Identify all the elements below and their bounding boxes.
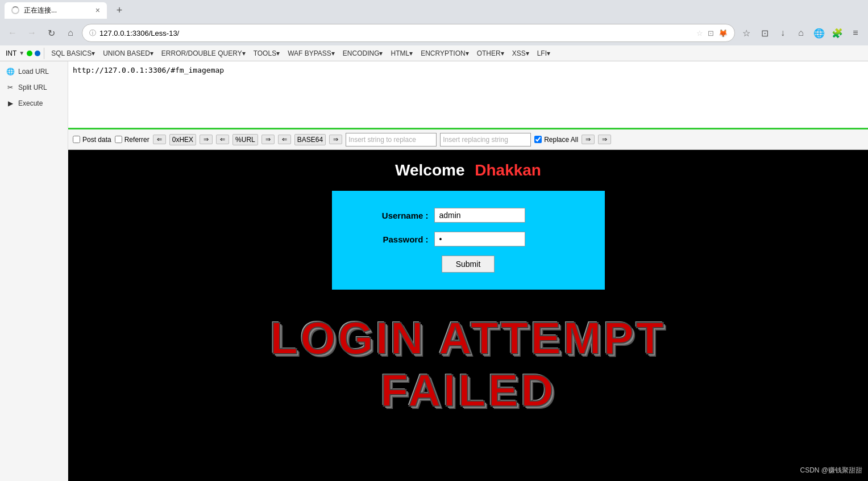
referrer-checkbox[interactable] bbox=[115, 136, 122, 143]
int-label: INT bbox=[6, 49, 16, 57]
back-btn[interactable]: ← bbox=[5, 25, 20, 41]
replace-clear-btn[interactable]: ⇒ bbox=[598, 135, 611, 144]
extension-icon[interactable]: 🦊 bbox=[719, 29, 728, 37]
bookmark-toolbar-btn[interactable]: ☆ bbox=[738, 25, 754, 41]
hex-encode-btn[interactable]: ⇒ bbox=[200, 135, 213, 144]
home-page-btn[interactable]: ⌂ bbox=[793, 25, 809, 41]
url-encode-label[interactable]: %URL bbox=[232, 134, 258, 145]
welcome-text: Welcome bbox=[395, 161, 464, 179]
watermark-text: CSDN @赚钱聚甜甜 bbox=[800, 466, 862, 474]
tab-title: 正在连接... bbox=[24, 6, 57, 15]
password-row: Password : bbox=[366, 232, 571, 246]
address-bar[interactable]: ⓘ ☆ ⊡ 🦊 bbox=[82, 24, 735, 42]
new-tab-btn[interactable]: + bbox=[111, 2, 127, 18]
execute-label: Execute bbox=[18, 99, 43, 107]
menu-xss[interactable]: XSS▾ bbox=[509, 48, 533, 59]
replace-all-group: Replace All bbox=[534, 136, 578, 144]
insert-replacing-input[interactable] bbox=[440, 133, 531, 147]
welcome-name: Dhakkan bbox=[475, 161, 541, 179]
menu-lfi[interactable]: LFI▾ bbox=[534, 48, 554, 59]
int-chevron: ▼ bbox=[19, 50, 24, 56]
url-area: http://127.0.0.1:3306/#fm_imagemap bbox=[68, 61, 868, 129]
post-data-group: Post data bbox=[73, 136, 111, 144]
referrer-label: Referrer bbox=[124, 136, 149, 144]
info-icon: ⓘ bbox=[89, 28, 96, 38]
menu-error-double[interactable]: ERROR/DOUBLE QUERY▾ bbox=[158, 48, 249, 59]
post-data-label: Post data bbox=[82, 136, 111, 144]
int-selector[interactable]: INT ▼ bbox=[2, 48, 44, 59]
split-url-icon: ✂ bbox=[6, 83, 15, 92]
username-label: Username : bbox=[366, 211, 429, 220]
refresh-btn[interactable]: ↻ bbox=[43, 25, 59, 41]
welcome-section: Welcome Dhakkan bbox=[395, 161, 541, 179]
address-icons: ☆ ⊡ 🦊 bbox=[696, 29, 728, 37]
dot-blue bbox=[35, 51, 40, 56]
url-label: %URL bbox=[235, 136, 255, 144]
url-encode-btn[interactable]: ⇒ bbox=[261, 135, 275, 144]
base64-encode-btn[interactable]: ⇒ bbox=[329, 135, 342, 144]
menu-tools[interactable]: TOOLS▾ bbox=[250, 48, 283, 59]
plugin-menu: INT ▼ SQL BASICS▾ UNION BASED▾ ERROR/DOU… bbox=[0, 45, 868, 61]
menu-html[interactable]: HTML▾ bbox=[388, 48, 417, 59]
sidebar-item-execute[interactable]: ▶ Execute bbox=[0, 95, 68, 111]
download-btn[interactable]: ↓ bbox=[775, 25, 791, 41]
title-bar: 正在连接... × + bbox=[0, 0, 868, 20]
password-input[interactable] bbox=[434, 232, 525, 246]
sidebar-item-split-url[interactable]: ✂ Split URL bbox=[0, 80, 68, 95]
csdn-watermark: CSDN @赚钱聚甜甜 bbox=[800, 466, 862, 475]
load-url-icon: 🌐 bbox=[6, 67, 15, 76]
base64-encode-label[interactable]: BASE64 bbox=[294, 134, 326, 145]
failed-line1: LOGIN ATTEMPT bbox=[270, 312, 666, 365]
page-content: Welcome Dhakkan Username : Password : Su… bbox=[68, 150, 868, 481]
login-form-container: Username : Password : Submit bbox=[332, 191, 605, 290]
hex-decode-btn[interactable]: ⇐ bbox=[153, 135, 166, 144]
nav-bar: ← → ↻ ⌂ ⓘ ☆ ⊡ 🦊 ☆ ⊡ ↓ ⌂ 🌐 🧩 ≡ bbox=[0, 20, 868, 45]
home-btn[interactable]: ⌂ bbox=[63, 25, 78, 41]
username-input[interactable] bbox=[434, 208, 525, 223]
replace-all-label: Replace All bbox=[544, 136, 578, 144]
split-url-label: Split URL bbox=[18, 83, 47, 91]
toolbar-row: Post data Referrer ⇐ 0xHEX ⇒ ⇐ %URL ⇒ ⇐ … bbox=[68, 129, 868, 150]
main-layout: 🌐 Load URL ✂ Split URL ▶ Execute http://… bbox=[0, 61, 868, 481]
menu-other[interactable]: OTHER▾ bbox=[474, 48, 508, 59]
menu-waf-bypass[interactable]: WAF BYPASS▾ bbox=[284, 48, 338, 59]
execute-icon: ▶ bbox=[6, 99, 15, 108]
base64-decode-btn[interactable]: ⇐ bbox=[278, 135, 291, 144]
tab-spinner bbox=[11, 6, 19, 14]
insert-string-input[interactable] bbox=[346, 133, 437, 147]
address-input[interactable] bbox=[99, 29, 693, 37]
nav-right-icons: ☆ ⊡ ↓ ⌂ 🌐 🧩 ≡ bbox=[738, 25, 863, 41]
hex-encode-label[interactable]: 0xHEX bbox=[169, 134, 196, 145]
load-url-label: Load URL bbox=[18, 68, 49, 76]
url-decode-btn[interactable]: ⇐ bbox=[216, 135, 229, 144]
base64-label: BASE64 bbox=[297, 136, 323, 144]
url-textarea[interactable]: http://127.0.0.1:3306/#fm_imagemap bbox=[70, 64, 866, 120]
menu-encryption[interactable]: ENCRYPTION▾ bbox=[417, 48, 472, 59]
main-content: http://127.0.0.1:3306/#fm_imagemap Post … bbox=[68, 61, 868, 481]
replace-apply-btn[interactable]: ⇒ bbox=[582, 135, 595, 144]
replace-all-checkbox[interactable] bbox=[534, 136, 542, 143]
forward-btn[interactable]: → bbox=[24, 25, 40, 41]
username-row: Username : bbox=[366, 208, 571, 223]
referrer-group: Referrer bbox=[115, 136, 149, 144]
password-label: Password : bbox=[366, 235, 429, 244]
sidebar-item-load-url[interactable]: 🌐 Load URL bbox=[0, 64, 68, 80]
bookmark-icon[interactable]: ☆ bbox=[696, 29, 703, 37]
submit-button[interactable]: Submit bbox=[442, 256, 495, 273]
tab-close-btn[interactable]: × bbox=[95, 6, 100, 15]
globe-btn[interactable]: 🌐 bbox=[811, 25, 827, 41]
hex-label: 0xHEX bbox=[172, 136, 193, 144]
menu-btn[interactable]: ≡ bbox=[848, 25, 863, 41]
extension-mgr-btn[interactable]: 🧩 bbox=[829, 25, 845, 41]
menu-union-based[interactable]: UNION BASED▾ bbox=[99, 48, 157, 59]
screenshot-btn[interactable]: ⊡ bbox=[757, 25, 773, 41]
screenshot-icon[interactable]: ⊡ bbox=[708, 29, 714, 37]
post-data-checkbox[interactable] bbox=[73, 136, 80, 143]
menu-sql-basics[interactable]: SQL BASICS▾ bbox=[48, 48, 98, 59]
menu-encoding[interactable]: ENCODING▾ bbox=[339, 48, 387, 59]
submit-row: Submit bbox=[366, 256, 571, 273]
dot-green bbox=[27, 51, 32, 56]
browser-tab[interactable]: 正在连接... × bbox=[5, 2, 107, 19]
sidebar: 🌐 Load URL ✂ Split URL ▶ Execute bbox=[0, 61, 68, 481]
failed-line2: FAILED bbox=[270, 365, 666, 417]
